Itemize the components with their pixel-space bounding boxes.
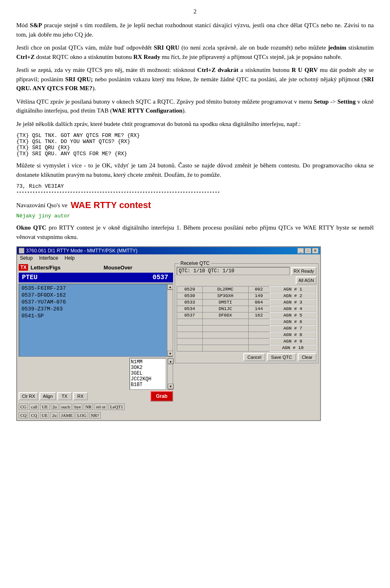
qtc-row-agn-button[interactable]: AGN # 9 bbox=[270, 338, 316, 345]
para-5: Je ještě několik dalších zpráv, které bu… bbox=[16, 119, 374, 129]
qtc-item-1: 0535-F6IRF-237 bbox=[21, 285, 171, 292]
menu-setup[interactable]: Setup bbox=[19, 255, 34, 261]
qtc-row-num: 0529 bbox=[177, 286, 203, 293]
rx-button[interactable]: RX bbox=[73, 392, 88, 400]
qtc-row-agn-button[interactable]: AGN # 8 bbox=[270, 332, 316, 338]
grab-button[interactable]: Grab bbox=[150, 391, 173, 401]
main-text: Mód S&P pracuje stejně s tím rozdílem, ž… bbox=[16, 21, 374, 128]
callsign-text: PTEU bbox=[22, 274, 153, 281]
qtc-row-nr: 149 bbox=[248, 293, 270, 299]
all-agn-button[interactable]: All AGN bbox=[296, 276, 316, 284]
qtc-row-nr bbox=[248, 345, 270, 351]
callsign-number: 0537 bbox=[153, 274, 170, 281]
mono-line-3: {TX} SRI QRU {RX} bbox=[16, 145, 70, 151]
qtc-row-agn-button[interactable]: AGN # 1 bbox=[270, 286, 316, 293]
qtc-row-agn-button[interactable]: AGN # 7 bbox=[270, 325, 316, 332]
n1mm-scroll-down[interactable]: ▼ bbox=[168, 384, 173, 389]
lbl-nr2[interactable]: NR? bbox=[89, 412, 101, 419]
qtc-table-row: AGN # 6 bbox=[177, 319, 316, 325]
qtc-table-row: 0537DF0DX162AGN # 5 bbox=[177, 312, 316, 319]
para-3: Jestli se zeptá, zda vy máte QTCS pro ně… bbox=[16, 65, 374, 93]
n1mm-item-5: B1BT bbox=[131, 382, 165, 388]
scroll-up-arrow[interactable]: ▲ bbox=[167, 284, 173, 290]
clear-button[interactable]: Clear bbox=[298, 353, 316, 361]
lbl-leqt1[interactable]: LeQT1 bbox=[108, 404, 125, 410]
bottom-label-row-2: CQ CQ UE 2u JAME LOG NR? bbox=[19, 412, 173, 419]
lbl-ue1[interactable]: UE bbox=[40, 404, 50, 410]
mouseover-label: MouseOver bbox=[63, 265, 173, 271]
page-number: 2 bbox=[16, 8, 374, 15]
right-pane: Receive QTC QTC: 1/10 QTC: 1/10 RX Ready… bbox=[175, 263, 318, 419]
wae-heading: WAE RTTY contest bbox=[71, 200, 151, 210]
menu-help[interactable]: Help bbox=[63, 255, 76, 261]
mono-block: {TX} QSL TNX. GOT ANY QTCS FOR ME? {RX} … bbox=[16, 132, 374, 157]
mono-line-4: {TX} SRI QRU. ANY QTCS FOR ME? {RX} bbox=[16, 151, 127, 157]
qtc-row-num bbox=[177, 338, 203, 345]
titlebar-buttons[interactable]: _ □ ✕ bbox=[297, 248, 318, 254]
closing-text: Můžete si vymyslet i více - to je OK, vž… bbox=[16, 161, 374, 179]
lbl-cq2[interactable]: CQ bbox=[29, 412, 39, 419]
qtc-row-nr bbox=[248, 325, 270, 332]
closing-para: Můžete si vymyslet i více - to je OK, vž… bbox=[16, 161, 374, 179]
qtc-row-agn-button[interactable]: AGN # 6 bbox=[270, 319, 316, 325]
lbl-bye[interactable]: bye bbox=[73, 404, 82, 410]
receive-qtc-group: Receive QTC QTC: 1/10 QTC: 1/10 RX Ready… bbox=[175, 263, 318, 363]
maximize-button[interactable]: □ bbox=[305, 248, 311, 254]
qtc-row-agn-button[interactable]: AGN # 4 bbox=[270, 306, 316, 312]
rx-ready-button[interactable]: RX Ready bbox=[291, 267, 316, 275]
lbl-relor[interactable]: rel or bbox=[94, 404, 107, 410]
n1mm-scrollbar[interactable]: ▲ ▼ bbox=[167, 358, 173, 390]
lbl-cq1[interactable]: CQ bbox=[19, 412, 28, 419]
qtc-row-call: DN1JC bbox=[202, 306, 248, 312]
cancel-button[interactable]: Cancel bbox=[243, 353, 265, 361]
qtc-row-call: SP3GXH bbox=[202, 293, 248, 299]
lbl-cg[interactable]: CG bbox=[19, 404, 28, 410]
minimize-button[interactable]: _ bbox=[297, 248, 304, 254]
tx-button[interactable]: TX bbox=[57, 392, 72, 400]
qtc-table-row: 0534DN1JC144AGN # 4 bbox=[177, 306, 316, 312]
qtc-row-nr: 144 bbox=[248, 306, 270, 312]
qtc-row-agn-button[interactable]: AGN # 2 bbox=[270, 293, 316, 299]
window-menubar: Setup Interface Help bbox=[17, 254, 320, 262]
window-title: 3760.061 DI1 RTTY Mode - MMTTY/PSK (MMTT… bbox=[26, 248, 137, 254]
qtc-table-row: 0533DM5TI084AGN # 3 bbox=[177, 299, 316, 306]
qtc-row-num bbox=[177, 345, 203, 351]
n1mm-scroll-up[interactable]: ▲ bbox=[168, 358, 173, 364]
n1mm-scroll[interactable]: N1MM 3OK2 3GEL JCC2KQH B1BT bbox=[130, 358, 166, 390]
qtc-scroll-area[interactable]: 0535-F6IRF-237 0537-DF0DX-162 0537-YU7AM… bbox=[19, 284, 173, 357]
lbl-nr1[interactable]: NR bbox=[84, 404, 93, 410]
qtc-row-agn-button[interactable]: AGN # 3 bbox=[270, 299, 316, 306]
qtc-row-nr: 162 bbox=[248, 312, 270, 319]
scroll-down-arrow[interactable]: ▼ bbox=[167, 351, 173, 356]
lbl-ue2[interactable]: UE bbox=[40, 412, 50, 419]
nav-section: Navazování Qso's ve WAE RTTY contest Něj… bbox=[16, 200, 374, 219]
qtc-row-nr bbox=[248, 338, 270, 345]
signature: 73, Rich VE3IAY bbox=[16, 183, 374, 189]
qtc-top-row: QTC: 1/10 QTC: 1/10 RX Ready bbox=[177, 267, 316, 275]
app-icon bbox=[19, 248, 24, 254]
para-4: Většina QTC zpráv je posílaná butony v o… bbox=[16, 97, 374, 115]
align-button[interactable]: Align bbox=[39, 392, 56, 400]
n1mm-area: N1MM 3OK2 3GEL JCC2KQH B1BT ▲ ▼ bbox=[19, 358, 173, 390]
lbl-jame[interactable]: JAME bbox=[59, 412, 74, 419]
clr-rx-button[interactable]: Clr RX bbox=[19, 392, 38, 400]
menu-interface[interactable]: Interface bbox=[38, 255, 59, 261]
qtc-row-call: DM5TI bbox=[202, 299, 248, 306]
lbl-log[interactable]: LOG bbox=[76, 412, 88, 419]
qtc-scrollbar[interactable]: ▲ ▼ bbox=[167, 284, 173, 356]
lbl-2u2[interactable]: 2u bbox=[50, 412, 58, 419]
close-button[interactable]: ✕ bbox=[312, 248, 318, 254]
lbl-call[interactable]: call bbox=[29, 404, 39, 410]
lbl-2u1[interactable]: 2u bbox=[51, 404, 58, 410]
qtc-row-agn-button[interactable]: AGN # 10 bbox=[270, 345, 316, 351]
qtc-row-agn-button[interactable]: AGN # 5 bbox=[270, 312, 316, 319]
n1mm-item-1: N1MM bbox=[131, 359, 165, 365]
qtc-row-num bbox=[177, 332, 203, 338]
lbl-ouch[interactable]: ouch bbox=[60, 404, 72, 410]
callsign-display: PTEU 0537 bbox=[19, 273, 173, 282]
qtc-table-row: AGN # 7 bbox=[177, 325, 316, 332]
qtc-row-call: DF0DX bbox=[202, 312, 248, 319]
qtc-row-num: 0537 bbox=[177, 312, 203, 319]
n1mm-item-2: 3OK2 bbox=[131, 365, 165, 371]
save-qtc-button[interactable]: Save QTC bbox=[267, 353, 296, 361]
